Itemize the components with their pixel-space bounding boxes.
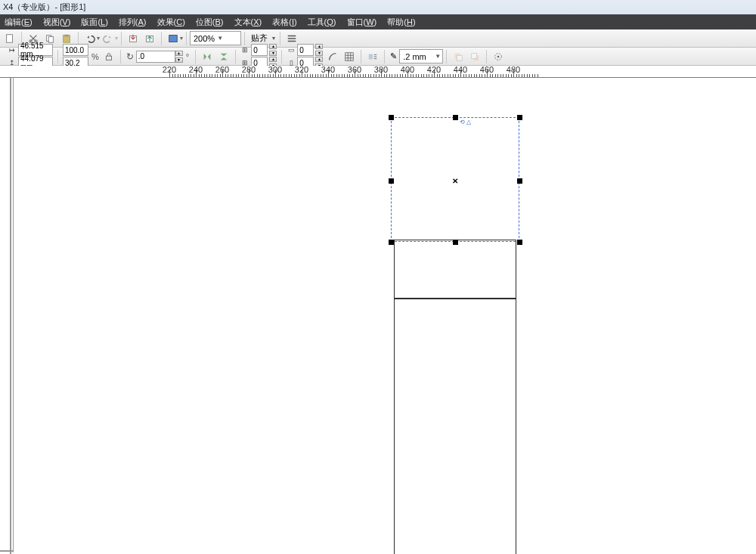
import-icon[interactable] — [125, 31, 141, 46]
rotation-handle[interactable]: ⟲ △ — [460, 119, 471, 125]
toolbar-main: ▾ ▾ ▾ 200%▼ 贴齐 ▾ — [0, 29, 756, 48]
menu-item[interactable]: 帮助(H) — [387, 17, 415, 28]
menu-bar[interactable]: 编辑(E)视图(V)版面(L)排列(A)效果(C)位图(B)文本(X)表格(I)… — [0, 14, 756, 29]
dupx-input[interactable]: 0 — [251, 44, 268, 56]
selection-handle[interactable] — [453, 115, 458, 120]
lock-ratio-icon[interactable] — [101, 49, 116, 64]
svg-rect-12 — [369, 54, 373, 59]
menu-item[interactable]: 文本(X) — [234, 17, 262, 28]
window-title: X4（专业版）- [图形1] — [3, 2, 85, 13]
wrap-text-icon[interactable] — [365, 49, 380, 64]
export-icon[interactable] — [142, 31, 157, 46]
outline-combo[interactable]: .2 mm▼ — [399, 49, 443, 63]
selection-handle[interactable] — [517, 178, 522, 184]
svg-point-18 — [497, 55, 500, 57]
svg-rect-6 — [64, 34, 68, 36]
selection-handle[interactable] — [389, 178, 394, 184]
menu-item[interactable]: 编辑(E) — [5, 17, 33, 28]
menu-item[interactable]: 位图(B) — [196, 17, 224, 28]
menu-item[interactable]: 表格(I) — [272, 17, 296, 28]
svg-rect-14 — [457, 55, 462, 60]
page-edge-v2 — [13, 78, 14, 552]
convert-curves-icon[interactable] — [491, 49, 506, 64]
svg-rect-9 — [169, 35, 178, 42]
svg-rect-16 — [472, 53, 477, 58]
svg-rect-11 — [345, 52, 354, 60]
x-icon: ↦ — [8, 46, 17, 54]
selection-handle[interactable] — [389, 115, 394, 120]
fullscreen-icon[interactable] — [166, 31, 181, 46]
rectangle-shape[interactable] — [394, 299, 516, 554]
to-front-icon — [451, 49, 466, 64]
page-edge-h — [0, 550, 14, 552]
mirror-h-icon[interactable] — [200, 49, 215, 64]
selection-handle[interactable] — [389, 240, 394, 245]
cols-input[interactable]: 0 — [297, 44, 314, 56]
redo-icon — [101, 31, 116, 46]
page-edge-v — [10, 78, 11, 554]
menu-item[interactable]: 工具(Q) — [308, 17, 336, 28]
toolbar-property: ↦46.515 mm ↥44.079 mm 100.0 30.2 % ↻ .0 … — [0, 48, 756, 66]
scalex-input[interactable]: 100.0 — [63, 44, 88, 56]
svg-rect-10 — [106, 56, 111, 60]
rotation-input[interactable]: .0 — [136, 51, 175, 63]
rotation-icon: ↻ — [126, 51, 134, 62]
canvas[interactable]: ✕⟲ △ — [0, 78, 756, 554]
menu-item[interactable]: 版面(L) — [81, 17, 107, 28]
zoom-combo[interactable]: 200%▼ — [190, 31, 241, 45]
selection-center[interactable]: ✕ — [452, 177, 458, 185]
menu-item[interactable]: 视图(V) — [43, 17, 71, 28]
menu-item[interactable]: 排列(A) — [119, 17, 147, 28]
arc-icon[interactable] — [325, 49, 340, 64]
selection-handle[interactable] — [517, 115, 522, 120]
selection-handle[interactable] — [517, 240, 522, 245]
to-back-icon — [467, 49, 482, 64]
svg-rect-0 — [7, 34, 13, 42]
ruler-horizontal[interactable]: 2202402602803003203403603804004204404604… — [0, 66, 756, 78]
rectangle-shape[interactable] — [394, 240, 516, 299]
table-icon[interactable] — [342, 49, 357, 64]
menu-item[interactable]: 效果(C) — [157, 17, 185, 28]
mirror-v-icon[interactable] — [216, 49, 231, 64]
pen-icon: ✎ — [390, 51, 397, 61]
title-bar: X4（专业版）- [图形1] — [0, 0, 756, 14]
menu-item[interactable]: 窗口(W) — [347, 17, 377, 28]
selection-handle[interactable] — [453, 240, 458, 245]
